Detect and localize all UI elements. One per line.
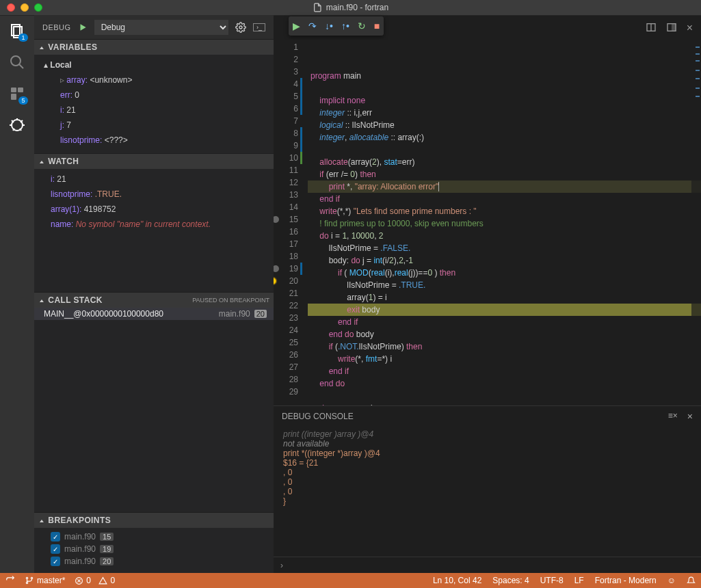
editor-tabbar: ▶ ↷ ↓• ↑• ↻ ■ × bbox=[274, 16, 701, 40]
window-controls bbox=[0, 3, 42, 12]
svg-point-2 bbox=[11, 56, 21, 66]
svg-rect-20 bbox=[672, 23, 675, 31]
continue-button[interactable]: ▶ bbox=[293, 21, 300, 31]
minimize-window-button[interactable] bbox=[21, 3, 29, 12]
title-bar: main.f90 - fortran bbox=[0, 0, 701, 15]
svg-point-23 bbox=[31, 577, 32, 578]
watch-row[interactable]: lisnotprime: .TRUE. bbox=[34, 187, 274, 202]
callstack-section-header[interactable]: ▲CALL STACKPAUSED ON BREAKPOINT bbox=[34, 293, 274, 308]
explorer-badge: 1 bbox=[18, 34, 28, 42]
svg-rect-6 bbox=[11, 94, 16, 100]
minimap[interactable] bbox=[691, 40, 701, 405]
debug-console-tab[interactable]: DEBUG CONSOLE bbox=[282, 412, 354, 421]
language-mode[interactable]: Fortran - Modern bbox=[595, 576, 657, 585]
feedback-icon[interactable]: ☺ bbox=[667, 576, 676, 585]
breakpoints-section-header[interactable]: ▲BREAKPOINTS bbox=[34, 513, 274, 528]
close-editor-icon[interactable]: × bbox=[687, 22, 693, 34]
svg-point-21 bbox=[26, 577, 27, 578]
variable-row[interactable]: i: 21 bbox=[34, 103, 274, 118]
step-into-button[interactable]: ↓• bbox=[325, 21, 333, 31]
locals-scope[interactable]: ▴ Local bbox=[34, 57, 274, 72]
code-editor[interactable]: 1234567891011121314151617181920212223242… bbox=[274, 40, 701, 405]
window-title: main.f90 - fortran bbox=[313, 3, 388, 12]
sync-status[interactable] bbox=[5, 576, 15, 585]
step-out-button[interactable]: ↑• bbox=[341, 21, 349, 31]
restart-button[interactable]: ↻ bbox=[358, 21, 366, 31]
editor-group: ▶ ↷ ↓• ↑• ↻ ■ × 123456789101112131415161… bbox=[274, 15, 701, 573]
svg-point-16 bbox=[239, 26, 242, 29]
variable-row[interactable]: ▹ array: <unknown> bbox=[34, 72, 274, 88]
debug-console-toggle[interactable]: ›_ bbox=[253, 23, 265, 31]
file-icon bbox=[313, 3, 322, 12]
stack-frame[interactable]: MAIN__@0x0000000100000d80 main.f90 20 bbox=[34, 308, 274, 320]
debug-activity[interactable] bbox=[8, 116, 27, 135]
start-debug-button[interactable] bbox=[78, 23, 88, 32]
breakpoint-row[interactable]: ✓main.f9019 bbox=[34, 543, 274, 555]
extensions-badge: 5 bbox=[18, 96, 28, 105]
watch-section-header[interactable]: ▲WATCH bbox=[34, 154, 274, 169]
svg-line-3 bbox=[19, 64, 23, 68]
notifications-icon[interactable] bbox=[687, 576, 696, 585]
cursor-position[interactable]: Ln 10, Col 42 bbox=[433, 576, 481, 585]
configure-icon[interactable] bbox=[235, 22, 246, 33]
zoom-window-button[interactable] bbox=[34, 3, 42, 12]
more-actions-icon[interactable] bbox=[666, 22, 677, 34]
encoding-status[interactable]: UTF-8 bbox=[540, 576, 564, 585]
split-editor-icon[interactable] bbox=[646, 22, 657, 34]
watch-row[interactable]: array(1): 4198752 bbox=[34, 202, 274, 217]
breakpoint-row[interactable]: ✓main.f9015 bbox=[34, 531, 274, 543]
svg-rect-5 bbox=[18, 88, 23, 92]
window-title-text: main.f90 - fortran bbox=[326, 3, 388, 12]
debug-sidebar: DEBUG Debug ›_ ▲VARIABLES ▴ Local ▹ arra… bbox=[34, 15, 274, 573]
svg-point-22 bbox=[26, 582, 27, 583]
extensions-activity[interactable]: 5 bbox=[8, 84, 27, 103]
console-input[interactable]: › bbox=[274, 557, 701, 573]
status-bar: master* 0 0 Ln 10, Col 42 Spaces: 4 UTF-… bbox=[0, 573, 701, 588]
launch-config-select[interactable]: Debug bbox=[94, 20, 228, 35]
variable-row[interactable]: j: 7 bbox=[34, 118, 274, 133]
svg-rect-4 bbox=[11, 88, 16, 92]
step-over-button[interactable]: ↷ bbox=[308, 21, 317, 31]
stop-button[interactable]: ■ bbox=[374, 21, 380, 31]
debug-console-panel: DEBUG CONSOLE ≡× × print ((integer )arra… bbox=[274, 405, 701, 573]
svg-marker-15 bbox=[80, 24, 85, 30]
console-output[interactable]: print ((integer )array )@4 not available… bbox=[274, 427, 701, 557]
git-branch[interactable]: master* bbox=[25, 576, 65, 585]
close-panel-icon[interactable]: × bbox=[687, 411, 693, 422]
debug-toolbar: ▶ ↷ ↓• ↑• ↻ ■ bbox=[289, 16, 384, 36]
eol-status[interactable]: LF bbox=[574, 576, 584, 585]
explorer-activity[interactable]: 1 bbox=[8, 21, 27, 40]
debug-header: DEBUG Debug ›_ bbox=[34, 15, 274, 39]
clear-console-icon[interactable]: ≡× bbox=[668, 411, 678, 422]
variable-row[interactable]: lisnotprime: <???> bbox=[34, 133, 274, 148]
variable-row[interactable]: err: 0 bbox=[34, 88, 274, 103]
search-activity[interactable] bbox=[8, 53, 27, 72]
debug-label: DEBUG bbox=[42, 23, 71, 31]
breakpoint-row[interactable]: ✓main.f9020 bbox=[34, 555, 274, 567]
watch-row[interactable]: i: 21 bbox=[34, 172, 274, 187]
close-window-button[interactable] bbox=[7, 3, 15, 12]
indentation-status[interactable]: Spaces: 4 bbox=[492, 576, 529, 585]
watch-row[interactable]: name: No symbol "name" in current contex… bbox=[34, 217, 274, 232]
activity-bar: 1 5 bbox=[0, 15, 34, 573]
problems-status[interactable]: 0 0 bbox=[75, 576, 115, 585]
variables-section-header[interactable]: ▲VARIABLES bbox=[34, 40, 274, 55]
